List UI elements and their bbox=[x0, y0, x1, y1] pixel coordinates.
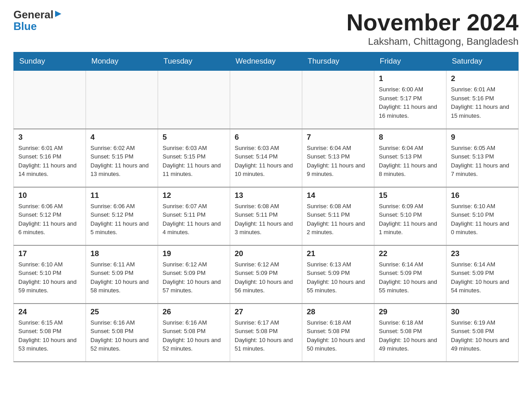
calendar-week-row: 3Sunrise: 6:01 AM Sunset: 5:16 PM Daylig… bbox=[14, 129, 519, 187]
calendar-cell: 4Sunrise: 6:02 AM Sunset: 5:15 PM Daylig… bbox=[86, 129, 158, 187]
calendar-title: November 2024 bbox=[347, 9, 519, 36]
day-info: Sunrise: 6:12 AM Sunset: 5:09 PM Dayligh… bbox=[235, 260, 297, 295]
day-number: 21 bbox=[307, 249, 369, 258]
day-number: 9 bbox=[451, 133, 514, 142]
calendar-cell: 30Sunrise: 6:19 AM Sunset: 5:08 PM Dayli… bbox=[446, 304, 519, 362]
day-number: 13 bbox=[235, 191, 297, 200]
calendar-cell: 8Sunrise: 6:04 AM Sunset: 5:13 PM Daylig… bbox=[374, 129, 446, 187]
calendar-table: SundayMondayTuesdayWednesdayThursdayFrid… bbox=[13, 52, 519, 362]
calendar-cell: 26Sunrise: 6:16 AM Sunset: 5:08 PM Dayli… bbox=[158, 304, 230, 362]
day-info: Sunrise: 6:18 AM Sunset: 5:08 PM Dayligh… bbox=[379, 318, 442, 353]
day-number: 24 bbox=[18, 308, 81, 317]
calendar-cell bbox=[86, 71, 158, 129]
day-info: Sunrise: 6:17 AM Sunset: 5:08 PM Dayligh… bbox=[235, 318, 297, 353]
day-info: Sunrise: 6:15 AM Sunset: 5:08 PM Dayligh… bbox=[18, 318, 81, 353]
day-info: Sunrise: 6:06 AM Sunset: 5:12 PM Dayligh… bbox=[18, 202, 81, 237]
calendar-subtitle: Laksham, Chittagong, Bangladesh bbox=[347, 36, 519, 47]
day-info: Sunrise: 6:10 AM Sunset: 5:10 PM Dayligh… bbox=[451, 202, 514, 237]
title-block: November 2024 Laksham, Chittagong, Bangl… bbox=[347, 9, 519, 47]
calendar-cell: 29Sunrise: 6:18 AM Sunset: 5:08 PM Dayli… bbox=[374, 304, 446, 362]
calendar-cell bbox=[230, 71, 302, 129]
calendar-cell: 20Sunrise: 6:12 AM Sunset: 5:09 PM Dayli… bbox=[230, 245, 302, 304]
day-number: 11 bbox=[90, 191, 153, 200]
calendar-cell: 25Sunrise: 6:16 AM Sunset: 5:08 PM Dayli… bbox=[86, 304, 158, 362]
day-info: Sunrise: 6:18 AM Sunset: 5:08 PM Dayligh… bbox=[307, 318, 369, 353]
calendar-cell: 14Sunrise: 6:08 AM Sunset: 5:11 PM Dayli… bbox=[302, 187, 374, 245]
day-number: 3 bbox=[18, 133, 81, 142]
calendar-cell: 21Sunrise: 6:13 AM Sunset: 5:09 PM Dayli… bbox=[302, 245, 374, 304]
day-info: Sunrise: 6:08 AM Sunset: 5:11 PM Dayligh… bbox=[307, 202, 369, 237]
day-number: 18 bbox=[90, 249, 153, 258]
logo: General Blue bbox=[13, 9, 62, 33]
weekday-header-wednesday: Wednesday bbox=[230, 52, 302, 71]
calendar-cell: 5Sunrise: 6:03 AM Sunset: 5:15 PM Daylig… bbox=[158, 129, 230, 187]
day-info: Sunrise: 6:16 AM Sunset: 5:08 PM Dayligh… bbox=[163, 318, 225, 353]
day-info: Sunrise: 6:19 AM Sunset: 5:08 PM Dayligh… bbox=[451, 318, 514, 353]
day-info: Sunrise: 6:01 AM Sunset: 5:16 PM Dayligh… bbox=[18, 144, 81, 179]
logo-general-text: General bbox=[13, 9, 53, 21]
calendar-cell: 27Sunrise: 6:17 AM Sunset: 5:08 PM Dayli… bbox=[230, 304, 302, 362]
day-number: 22 bbox=[379, 249, 442, 258]
day-number: 6 bbox=[235, 133, 297, 142]
day-number: 1 bbox=[379, 74, 442, 83]
day-info: Sunrise: 6:09 AM Sunset: 5:10 PM Dayligh… bbox=[379, 202, 442, 237]
day-number: 7 bbox=[307, 133, 369, 142]
calendar-cell: 10Sunrise: 6:06 AM Sunset: 5:12 PM Dayli… bbox=[14, 187, 86, 245]
day-info: Sunrise: 6:06 AM Sunset: 5:12 PM Dayligh… bbox=[90, 202, 153, 237]
day-info: Sunrise: 6:00 AM Sunset: 5:17 PM Dayligh… bbox=[379, 85, 442, 120]
day-number: 14 bbox=[307, 191, 369, 200]
day-number: 30 bbox=[451, 308, 514, 317]
day-info: Sunrise: 6:13 AM Sunset: 5:09 PM Dayligh… bbox=[307, 260, 369, 295]
day-info: Sunrise: 6:04 AM Sunset: 5:13 PM Dayligh… bbox=[307, 144, 369, 179]
calendar-cell: 17Sunrise: 6:10 AM Sunset: 5:10 PM Dayli… bbox=[14, 245, 86, 304]
day-info: Sunrise: 6:14 AM Sunset: 5:09 PM Dayligh… bbox=[451, 260, 514, 295]
calendar-header: SundayMondayTuesdayWednesdayThursdayFrid… bbox=[14, 52, 519, 71]
calendar-week-row: 24Sunrise: 6:15 AM Sunset: 5:08 PM Dayli… bbox=[14, 304, 519, 362]
weekday-header-thursday: Thursday bbox=[302, 52, 374, 71]
calendar-cell: 9Sunrise: 6:05 AM Sunset: 5:13 PM Daylig… bbox=[446, 129, 519, 187]
calendar-cell: 6Sunrise: 6:03 AM Sunset: 5:14 PM Daylig… bbox=[230, 129, 302, 187]
day-info: Sunrise: 6:11 AM Sunset: 5:09 PM Dayligh… bbox=[90, 260, 153, 295]
day-number: 26 bbox=[163, 308, 225, 317]
calendar-cell bbox=[14, 71, 86, 129]
day-number: 10 bbox=[18, 191, 81, 200]
day-number: 20 bbox=[235, 249, 297, 258]
calendar-body: 1Sunrise: 6:00 AM Sunset: 5:17 PM Daylig… bbox=[14, 71, 519, 362]
calendar-cell: 22Sunrise: 6:14 AM Sunset: 5:09 PM Dayli… bbox=[374, 245, 446, 304]
day-info: Sunrise: 6:08 AM Sunset: 5:11 PM Dayligh… bbox=[235, 202, 297, 237]
weekday-header-saturday: Saturday bbox=[446, 52, 519, 71]
day-number: 28 bbox=[307, 308, 369, 317]
calendar-cell: 7Sunrise: 6:04 AM Sunset: 5:13 PM Daylig… bbox=[302, 129, 374, 187]
calendar-cell: 13Sunrise: 6:08 AM Sunset: 5:11 PM Dayli… bbox=[230, 187, 302, 245]
day-info: Sunrise: 6:12 AM Sunset: 5:09 PM Dayligh… bbox=[163, 260, 225, 295]
day-number: 27 bbox=[235, 308, 297, 317]
logo-arrow-icon bbox=[54, 9, 62, 20]
calendar-cell: 18Sunrise: 6:11 AM Sunset: 5:09 PM Dayli… bbox=[86, 245, 158, 304]
day-info: Sunrise: 6:05 AM Sunset: 5:13 PM Dayligh… bbox=[451, 144, 514, 179]
day-info: Sunrise: 6:07 AM Sunset: 5:11 PM Dayligh… bbox=[163, 202, 225, 237]
day-number: 12 bbox=[163, 191, 225, 200]
calendar-cell: 23Sunrise: 6:14 AM Sunset: 5:09 PM Dayli… bbox=[446, 245, 519, 304]
calendar-cell: 15Sunrise: 6:09 AM Sunset: 5:10 PM Dayli… bbox=[374, 187, 446, 245]
calendar-cell bbox=[158, 71, 230, 129]
day-info: Sunrise: 6:03 AM Sunset: 5:14 PM Dayligh… bbox=[235, 144, 297, 179]
svg-marker-0 bbox=[55, 11, 61, 17]
day-number: 4 bbox=[90, 133, 153, 142]
day-info: Sunrise: 6:01 AM Sunset: 5:16 PM Dayligh… bbox=[451, 85, 514, 120]
day-info: Sunrise: 6:03 AM Sunset: 5:15 PM Dayligh… bbox=[163, 144, 225, 179]
day-number: 19 bbox=[163, 249, 225, 258]
day-info: Sunrise: 6:16 AM Sunset: 5:08 PM Dayligh… bbox=[90, 318, 153, 353]
page-header: General Blue November 2024 Laksham, Chit… bbox=[13, 9, 519, 47]
day-number: 17 bbox=[18, 249, 81, 258]
calendar-cell: 16Sunrise: 6:10 AM Sunset: 5:10 PM Dayli… bbox=[446, 187, 519, 245]
calendar-cell: 1Sunrise: 6:00 AM Sunset: 5:17 PM Daylig… bbox=[374, 71, 446, 129]
calendar-cell: 12Sunrise: 6:07 AM Sunset: 5:11 PM Dayli… bbox=[158, 187, 230, 245]
calendar-cell: 19Sunrise: 6:12 AM Sunset: 5:09 PM Dayli… bbox=[158, 245, 230, 304]
day-number: 16 bbox=[451, 191, 514, 200]
calendar-week-row: 17Sunrise: 6:10 AM Sunset: 5:10 PM Dayli… bbox=[14, 245, 519, 304]
day-number: 2 bbox=[451, 74, 514, 83]
day-number: 23 bbox=[451, 249, 514, 258]
weekday-header-monday: Monday bbox=[86, 52, 158, 71]
day-number: 25 bbox=[90, 308, 153, 317]
day-number: 29 bbox=[379, 308, 442, 317]
